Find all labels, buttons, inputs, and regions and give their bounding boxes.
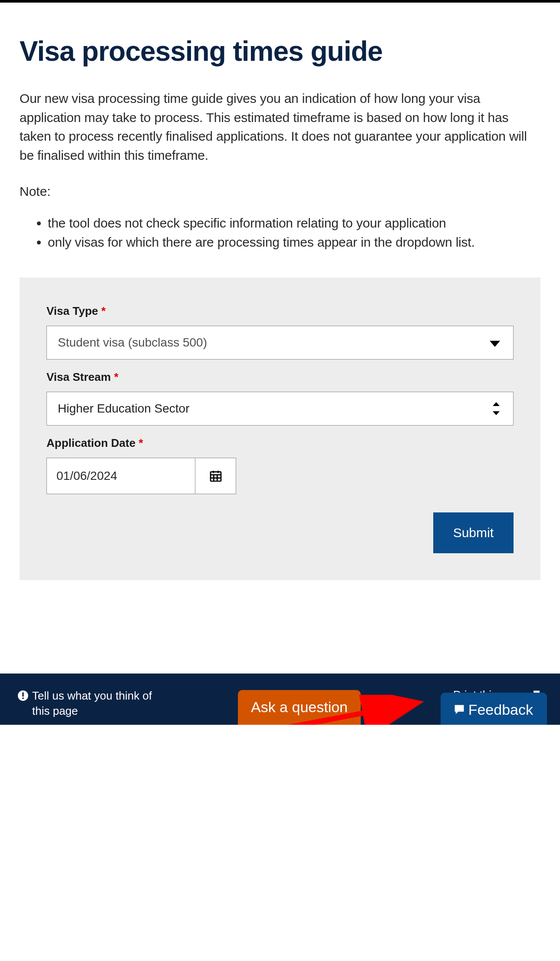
application-date-field: Application Date * 01/06/2024 [46,436,514,494]
submit-button[interactable]: Submit [433,512,514,553]
visa-stream-select[interactable]: Higher Education Sector [46,392,514,426]
required-asterisk: * [138,436,143,449]
required-asterisk: * [101,304,105,317]
footer-tell-us: Tell us what you think of this page [32,688,161,719]
date-row: 01/06/2024 [46,458,514,494]
svg-rect-9 [22,692,23,697]
label-text: Visa Type [46,304,98,317]
updown-icon [491,402,501,415]
intro-paragraph: Our new visa processing time guide gives… [20,89,540,165]
svg-rect-10 [22,697,23,699]
ask-label: Ask a question [251,699,348,715]
caret-down-icon [490,341,500,347]
visa-type-value: Student visa (subclass 500) [58,336,207,350]
exclamation-icon [17,690,29,701]
visa-stream-value: Higher Education Sector [58,402,190,416]
note-item: the tool does not check specific informa… [48,214,540,232]
speech-bubble-icon [453,703,466,716]
calendar-button[interactable] [195,458,236,494]
note-label: Note: [20,184,540,199]
visa-stream-label: Visa Stream * [46,370,514,384]
visa-type-label: Visa Type * [46,304,514,318]
form-panel: Visa Type * Student visa (subclass 500) … [20,277,540,580]
note-list: the tool does not check specific informa… [20,214,540,251]
page-title: Visa processing times guide [20,35,540,67]
submit-row: Submit [46,512,514,553]
feedback-button[interactable]: Feedback [441,693,547,725]
visa-type-field: Visa Type * Student visa (subclass 500) [46,304,514,360]
footer: Tell us what you think of this page Last… [0,674,560,725]
visa-stream-field: Visa Stream * Higher Education Sector [46,370,514,426]
application-date-value: 01/06/2024 [56,469,117,483]
label-text: Application Date [46,436,135,449]
visa-type-select[interactable]: Student visa (subclass 500) [46,326,514,360]
application-date-input[interactable]: 01/06/2024 [46,458,195,494]
note-item: only visas for which there are processin… [48,233,540,251]
feedback-label: Feedback [468,702,533,717]
ask-question-button[interactable]: Ask a question [238,690,361,725]
page-content: Visa processing times guide Our new visa… [0,3,560,580]
calendar-icon [209,469,223,483]
label-text: Visa Stream [46,370,111,383]
footer-feedback-link[interactable]: Tell us what you think of this page [17,688,161,719]
svg-rect-0 [211,472,221,481]
required-asterisk: * [114,370,119,383]
application-date-label: Application Date * [46,436,514,450]
